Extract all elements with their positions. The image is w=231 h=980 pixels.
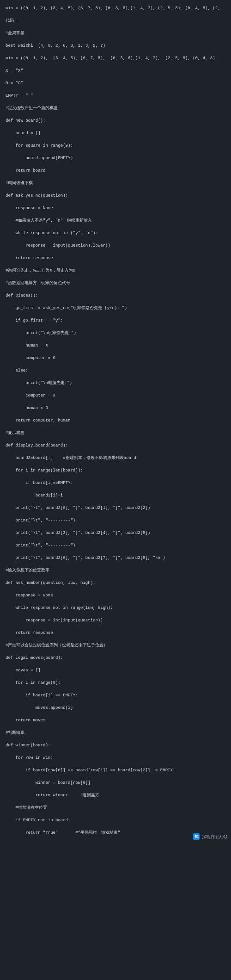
code-line: go_first = ask_yes_no("玩家你是否先走 (y/n): ") (6, 305, 225, 312)
code-line (6, 537, 225, 543)
code-line (6, 474, 225, 481)
code-line: response = int(input(question)) (6, 618, 225, 624)
code-line: win = ((0, 1, 2), (3, 4, 5), (6, 7, 8), … (6, 6, 225, 12)
code-line (6, 599, 225, 606)
code-line (6, 50, 225, 56)
code-line: #棋盘没有空位置 (6, 805, 225, 812)
code-line: #询问谁先走，先走方为X，后走方为O (6, 268, 225, 274)
code-line: if go_first == "y": (6, 318, 225, 324)
code-line (6, 287, 225, 293)
code-line: #显示棋盘 (6, 430, 225, 437)
code-line (6, 674, 225, 681)
code-line (6, 524, 225, 531)
code-line: win = ((0, 1, 2), (3, 4, 5), (6, 7, 8), … (6, 56, 225, 62)
code-line: print("\n玩家你先走.") (6, 330, 225, 337)
code-line (6, 237, 225, 243)
code-line: for row in win: (6, 755, 225, 762)
code-line (6, 462, 225, 468)
code-line (6, 99, 225, 106)
code-line (6, 749, 225, 756)
code-line: if board[row[0]] == board[row[1]] == boa… (6, 768, 225, 774)
code-line (6, 787, 225, 793)
code-line: #输入你想下的位置数字 (6, 568, 225, 574)
code-line (6, 762, 225, 768)
code-line: def legal_moves(board): (6, 655, 225, 662)
code-line: return winner #返回赢方 (6, 793, 225, 799)
code-line: print("\t", "---------") (6, 543, 225, 549)
code-line: if board[i] == EMPTY: (6, 693, 225, 699)
attribution-label: @程序员QQ (201, 833, 227, 840)
code-line (6, 799, 225, 806)
code-line (6, 324, 225, 331)
code-line: return response (6, 630, 225, 637)
code-line: moves.append(i) (6, 705, 225, 712)
code-line (6, 174, 225, 181)
code-line (6, 37, 225, 43)
code-line: 代码： (6, 18, 225, 25)
code-line: board2[i]=i (6, 493, 225, 499)
code-line (6, 549, 225, 556)
code-line (6, 12, 225, 19)
code-line: return moves (6, 718, 225, 724)
code-line: if EMPTY not in board: (6, 818, 225, 824)
code-line (6, 574, 225, 581)
code-line (6, 449, 225, 456)
code-line: while response not in ("y", "n"): (6, 230, 225, 237)
code-line: print("\t", "---------") (6, 518, 225, 524)
code-line (6, 199, 225, 206)
code-line (6, 149, 225, 156)
code-line: def new_board(): (6, 118, 225, 124)
code-line (6, 649, 225, 656)
code-line (6, 824, 225, 831)
code-line (6, 424, 225, 431)
code-line (6, 612, 225, 618)
code-line (6, 412, 225, 418)
code-line: for i in range(9): (6, 680, 225, 687)
code-line: EMPTY = " " (6, 93, 225, 99)
code-line: if board[i]==EMPTY: (6, 480, 225, 487)
code-line: computer = X (6, 393, 225, 399)
code-line: #全局常量 (6, 31, 225, 37)
code-line: #产生可以合法走棋位置序列（也就是还未下过子位置） (6, 643, 225, 649)
code-line: else: (6, 368, 225, 374)
code-line (6, 362, 225, 368)
code-line (6, 662, 225, 668)
code-line (6, 349, 225, 356)
code-line: for square in range(9): (6, 143, 225, 149)
code-line (6, 374, 225, 381)
code-line (6, 587, 225, 593)
code-line (6, 437, 225, 443)
code-line (6, 699, 225, 706)
code-line (6, 387, 225, 393)
code-line: def pieces(): (6, 293, 225, 299)
code-line: #判断输赢 (6, 730, 225, 737)
code-line: computer = O (6, 355, 225, 362)
code-line: return board (6, 168, 225, 174)
code-line (6, 87, 225, 93)
code-line (6, 299, 225, 306)
code-line (6, 224, 225, 231)
code-line (6, 124, 225, 131)
code-line: best_weizhi= (4, 0, 2, 6, 8, 1, 3, 5, 7) (6, 43, 225, 50)
code-line (6, 499, 225, 506)
code-line: print("\t", board2[3], "|", board2[4], "… (6, 530, 225, 537)
code-line (6, 487, 225, 493)
code-line (6, 62, 225, 68)
code-line: board = [] (6, 130, 225, 137)
code-line (6, 712, 225, 718)
code-line: #询问该谁下棋 (6, 180, 225, 187)
code-line (6, 262, 225, 268)
code-line (6, 337, 225, 343)
code-line: board2=board[:] #创建副本，修改不影响原来列表board (6, 455, 225, 462)
code-line: response = input(question).lower() (6, 243, 225, 249)
code-line: response = None (6, 205, 225, 212)
code-line: for i in range(len(board)): (6, 468, 225, 474)
code-block: win = ((0, 1, 2), (3, 4, 5), (6, 7, 8), … (0, 0, 231, 842)
code-line (6, 562, 225, 568)
code-line (6, 249, 225, 256)
code-line (6, 737, 225, 743)
code-line (6, 399, 225, 406)
code-line (6, 137, 225, 143)
code-line: while response not in range(low, high): (6, 605, 225, 612)
code-line (6, 274, 225, 281)
